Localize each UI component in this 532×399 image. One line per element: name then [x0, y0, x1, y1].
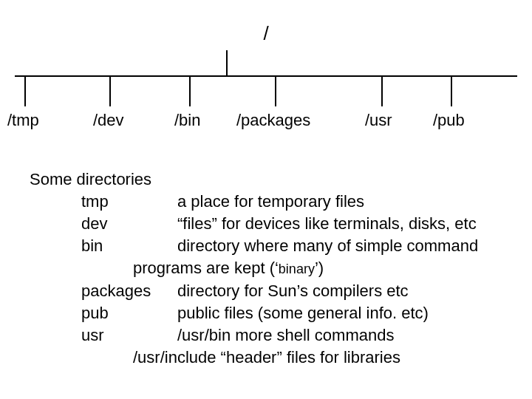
tree-drop [189, 75, 191, 106]
tree-stem [226, 50, 228, 75]
caption-row: programs are kept (‘binary’) [30, 257, 478, 280]
tree-leaf-tmp: /tmp [7, 111, 39, 130]
caption-row-desc: directory where many of simple command [177, 236, 478, 255]
tree-drop [109, 75, 111, 106]
caption-row-desc: directory for Sun’s compilers etc [177, 282, 409, 300]
caption-row-tail2: ’) [315, 259, 324, 277]
tree-leaf-dev: /dev [93, 111, 124, 130]
caption-row-name: tmp [81, 191, 177, 213]
caption-row: /usr/include “header” files for librarie… [30, 347, 478, 369]
caption-row-desc: /usr/include “header” files for librarie… [133, 348, 400, 366]
caption-row: packagesdirectory for Sun’s compilers et… [30, 280, 478, 302]
caption-row: dev“files” for devices like terminals, d… [30, 213, 478, 235]
caption-row: tmpa place for temporary files [30, 191, 478, 213]
tree-drop [275, 75, 276, 106]
caption-row: pubpublic files (some general info. etc) [30, 302, 478, 324]
caption-row-name: pub [81, 302, 177, 324]
tree-root-label: / [0, 22, 532, 45]
directory-tree: / /tmp /dev /bin /packages /usr /pub [0, 0, 532, 140]
caption-block: Some directories tmpa place for temporar… [30, 168, 478, 369]
tree-leaf-bin: /bin [174, 111, 200, 130]
tree-drop [381, 75, 383, 106]
caption-heading: Some directories [30, 168, 478, 191]
caption-row-desc: a place for temporary files [177, 192, 364, 211]
caption-row-desc: “files” for devices like terminals, disk… [177, 214, 477, 233]
caption-row-desc: /usr/bin more shell commands [177, 326, 394, 344]
tree-drop [451, 75, 452, 106]
caption-row-desc: programs are kept (‘ [133, 259, 279, 277]
tree-leaf-packages: /packages [236, 111, 310, 130]
tree-leaf-pub: /pub [433, 111, 465, 130]
caption-row: bindirectory where many of simple comman… [30, 235, 478, 257]
caption-row-desc: public files (some general info. etc) [177, 304, 429, 322]
tree-drop [24, 75, 26, 106]
tree-leaf-usr: /usr [365, 111, 392, 130]
caption-row-tail: binary [279, 262, 315, 276]
tree-horizontal-bar [15, 75, 517, 77]
caption-row-name: packages [81, 280, 177, 302]
caption-row: usr/usr/bin more shell commands [30, 324, 478, 347]
caption-row-name: dev [81, 213, 177, 235]
caption-row-name: usr [81, 324, 177, 347]
caption-row-name: bin [81, 235, 177, 257]
